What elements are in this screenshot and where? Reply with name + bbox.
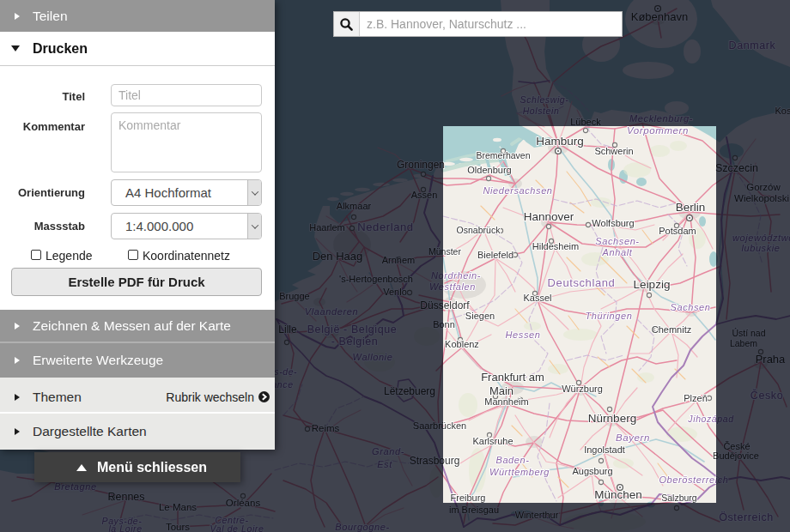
svg-text:Brugge: Brugge (279, 291, 309, 301)
svg-text:Saarbrücken: Saarbrücken (413, 420, 466, 431)
svg-text:Lëtzebuerg: Lëtzebuerg (384, 385, 435, 397)
svg-text:Bremerhaven: Bremerhaven (476, 150, 530, 160)
svg-text:Hessen: Hessen (506, 329, 541, 340)
svg-text:Strasbourg: Strasbourg (410, 455, 460, 467)
svg-text:Lübeck: Lübeck (570, 117, 601, 127)
svg-text:Württemberg: Württemberg (489, 467, 550, 477)
svg-text:Oberösterreich: Oberösterreich (659, 475, 728, 485)
svg-text:Bretagne: Bretagne (54, 481, 96, 492)
svg-text:Wolfsburg: Wolfsburg (592, 218, 634, 228)
svg-text:Deutschland: Deutschland (548, 276, 616, 289)
svg-text:Nederland: Nederland (357, 221, 413, 233)
svg-text:Holstein: Holstein (523, 106, 560, 116)
svg-text:Jihozápad: Jihozápad (687, 414, 734, 424)
svg-text:Assen: Assen (411, 190, 438, 200)
svg-text:Rennes: Rennes (107, 491, 144, 503)
svg-text:Bourgogne-: Bourgogne- (335, 522, 390, 532)
svg-text:Berlin: Berlin (676, 201, 706, 214)
svg-text:Main: Main (489, 384, 514, 397)
svg-text:Den Haag: Den Haag (313, 250, 363, 263)
svg-text:województwo: województwo (732, 233, 790, 243)
svg-text:Hamburg: Hamburg (536, 135, 584, 148)
svg-text:Potsdam: Potsdam (659, 226, 696, 236)
svg-text:Thüringen: Thüringen (586, 311, 633, 321)
svg-text:im Breisgau: im Breisgau (449, 505, 499, 515)
svg-text:Haarlem: Haarlem (309, 222, 345, 233)
svg-text:København: København (631, 10, 689, 23)
svg-text:Düsseldorf: Düsseldorf (420, 299, 470, 311)
svg-text:Bielefeld: Bielefeld (477, 250, 514, 260)
svg-text:Salzburg: Salzburg (661, 493, 697, 503)
svg-text:Mecklenburg-: Mecklenburg- (629, 113, 693, 124)
svg-text:Oldenburg: Oldenburg (467, 165, 511, 175)
svg-text:Groningen: Groningen (397, 159, 445, 171)
svg-text:Est: Est (377, 459, 392, 469)
svg-text:Alkmaar: Alkmaar (337, 201, 372, 211)
svg-text:Sachsen-: Sachsen- (595, 236, 639, 246)
svg-text:Wallonie: Wallonie (353, 352, 393, 362)
svg-text:Niedersachsen: Niedersachsen (483, 185, 552, 196)
svg-text:Szczecin: Szczecin (715, 162, 758, 174)
svg-text:Val de Loire: Val de Loire (210, 523, 264, 532)
svg-text:ts-de-: ts-de- (271, 366, 297, 377)
svg-text:Baden-: Baden- (495, 455, 529, 465)
svg-text:Osnabrück: Osnabrück (457, 225, 501, 235)
svg-text:Würzburg: Würzburg (562, 384, 603, 394)
svg-text:Siegen: Siegen (465, 311, 495, 321)
svg-text:Labem: Labem (730, 338, 757, 348)
svg-text:München: München (594, 488, 642, 501)
svg-text:Anhalt: Anhalt (602, 247, 633, 257)
svg-text:Koblenz: Koblenz (445, 339, 479, 349)
svg-text:Vlaanderen: Vlaanderen (305, 306, 358, 317)
svg-text:Bonn: Bonn (433, 319, 455, 329)
svg-text:Sachsen: Sachsen (670, 302, 710, 312)
svg-text:Karlsruhe: Karlsruhe (472, 436, 513, 446)
svg-text:Nordrhein-: Nordrhein- (431, 270, 481, 281)
svg-text:Hildesheim: Hildesheim (532, 241, 579, 251)
svg-text:Frankfurt am: Frankfurt am (481, 371, 544, 384)
svg-text:België - Belgique: België - Belgique (307, 323, 398, 336)
svg-text:Kos: Kos (775, 106, 790, 116)
svg-text:Österreich: Österreich (719, 511, 774, 523)
svg-text:Hannover: Hannover (524, 210, 574, 223)
svg-text:Ústí nad: Ústí nad (732, 328, 765, 338)
svg-text:Lille: Lille (278, 323, 297, 336)
svg-text:'s-Hertogenbosch: 's-Hertogenbosch (339, 274, 413, 284)
svg-text:Wielkopolski: Wielkopolski (734, 193, 789, 203)
svg-text:Westfalen: Westfalen (429, 281, 476, 292)
svg-text:Augsburg: Augsburg (572, 466, 612, 476)
svg-text:Leipzig: Leipzig (634, 278, 671, 291)
svg-text:Arnhem: Arnhem (382, 255, 416, 265)
svg-text:Gorzów: Gorzów (746, 182, 781, 192)
svg-text:Mannheim: Mannheim (484, 396, 528, 407)
svg-text:- Belgien: - Belgien (331, 336, 379, 348)
svg-text:Ingolstadt: Ingolstadt (584, 444, 625, 455)
svg-text:Praha: Praha (756, 353, 786, 366)
svg-text:Vorpommern: Vorpommern (627, 125, 689, 136)
svg-text:Chemnitz: Chemnitz (652, 324, 691, 335)
svg-text:Reims: Reims (312, 423, 340, 433)
svg-text:Plzeň: Plzeň (684, 393, 708, 403)
svg-text:Le Mans: Le Mans (159, 502, 197, 512)
svg-text:Venlo: Venlo (383, 287, 407, 297)
svg-text:Orléans: Orléans (226, 498, 261, 508)
svg-text:Münster: Münster (428, 246, 461, 257)
svg-text:Kassel: Kassel (523, 293, 551, 303)
svg-text:Budějovice: Budějovice (713, 450, 759, 461)
svg-text:Winterthur: Winterthur (515, 510, 559, 520)
svg-text:lubuskie: lubuskie (741, 243, 780, 253)
svg-text:Freiburg: Freiburg (451, 493, 486, 503)
svg-text:Česko: Česko (750, 389, 783, 402)
svg-text:Bayern: Bayern (616, 432, 650, 443)
svg-text:la Loire: la Loire (108, 523, 142, 532)
svg-text:Schwerin: Schwerin (594, 146, 633, 156)
svg-text:Nürnberg: Nürnberg (588, 412, 636, 425)
svg-text:Grand-: Grand- (372, 446, 404, 456)
svg-text:Tours: Tours (166, 522, 190, 532)
svg-text:ance: ance (271, 379, 293, 390)
svg-text:Schleswig-: Schleswig- (520, 94, 569, 105)
svg-text:Danmark: Danmark (729, 39, 776, 51)
